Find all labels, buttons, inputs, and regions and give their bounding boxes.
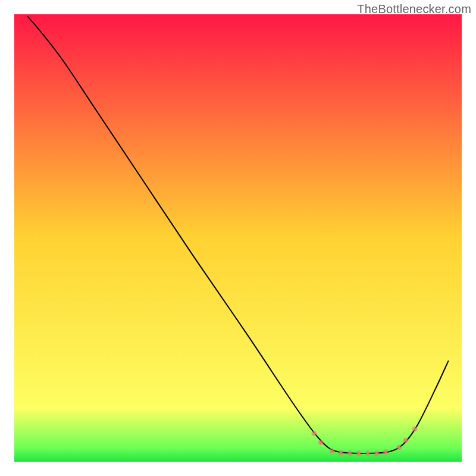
curve-node-core [398,446,400,449]
curve-node-core [384,450,387,453]
curve-node-core [358,452,360,455]
curve-node-core [367,452,369,455]
curve-node-core [313,433,315,435]
bottleneck-chart [0,0,476,476]
curve-node-core [414,428,416,430]
watermark-label: TheBottlenecker.com [357,2,471,16]
plot-background [14,14,462,462]
curve-node-core [340,452,342,454]
curve-node-core [375,452,378,455]
curve-node-core [349,452,351,455]
chart-stage: TheBottlenecker.com [0,0,476,476]
curve-node-core [320,441,322,444]
curve-node-core [405,439,407,441]
curve-node-core [331,450,333,452]
